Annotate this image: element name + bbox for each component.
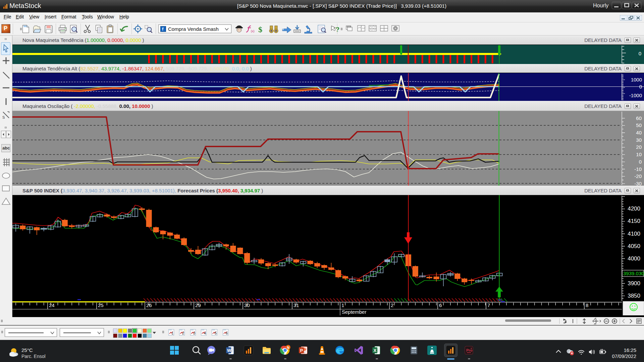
svg-text:September: September: [342, 309, 366, 315]
svg-text:1000: 1000: [631, 77, 642, 82]
svg-text:25: 25: [98, 302, 104, 308]
svg-text:3900: 3900: [628, 280, 640, 287]
svg-text:-10: -10: [634, 166, 642, 172]
svg-text:0: 0: [639, 51, 641, 56]
svg-text:4200: 4200: [628, 205, 640, 212]
svg-text:10: 10: [636, 152, 642, 157]
svg-text:29: 29: [195, 302, 201, 308]
svg-text:4100: 4100: [628, 231, 640, 237]
svg-text:3850: 3850: [628, 293, 640, 299]
svg-text:0: 0: [639, 159, 642, 165]
svg-text:4050: 4050: [628, 243, 640, 249]
svg-text:4150: 4150: [628, 218, 640, 224]
svg-text:(x): (x): [251, 29, 255, 33]
svg-text:-1000: -1000: [629, 93, 642, 98]
svg-text:2: 2: [391, 302, 393, 308]
svg-text:N: N: [287, 346, 289, 350]
svg-text:40: 40: [636, 130, 642, 135]
svg-text:60: 60: [636, 115, 642, 121]
svg-text:S: S: [2, 115, 5, 119]
svg-text:W: W: [227, 348, 231, 353]
svg-text:P: P: [300, 348, 303, 353]
svg-text:24: 24: [49, 302, 55, 308]
svg-text:1: 1: [341, 302, 344, 308]
svg-text:50: 50: [636, 122, 642, 128]
svg-text:X: X: [374, 348, 377, 353]
svg-text:8: 8: [586, 302, 588, 308]
svg-text:Pro: Pro: [466, 348, 473, 352]
svg-text:6: 6: [439, 302, 442, 308]
svg-text:-30: -30: [634, 181, 642, 186]
svg-text:0: 0: [639, 84, 642, 89]
svg-text:-20: -20: [634, 173, 642, 179]
svg-text:31: 31: [293, 302, 299, 308]
svg-text:3939.030: 3939.030: [623, 270, 644, 276]
svg-text:7: 7: [487, 302, 490, 308]
svg-text:20: 20: [636, 144, 642, 150]
svg-text:4000: 4000: [628, 255, 640, 262]
svg-text:$: $: [258, 25, 262, 34]
svg-text:?: ?: [335, 26, 339, 33]
svg-text:30: 30: [244, 302, 250, 308]
svg-text:26: 26: [146, 302, 152, 308]
svg-text:30: 30: [636, 137, 642, 143]
